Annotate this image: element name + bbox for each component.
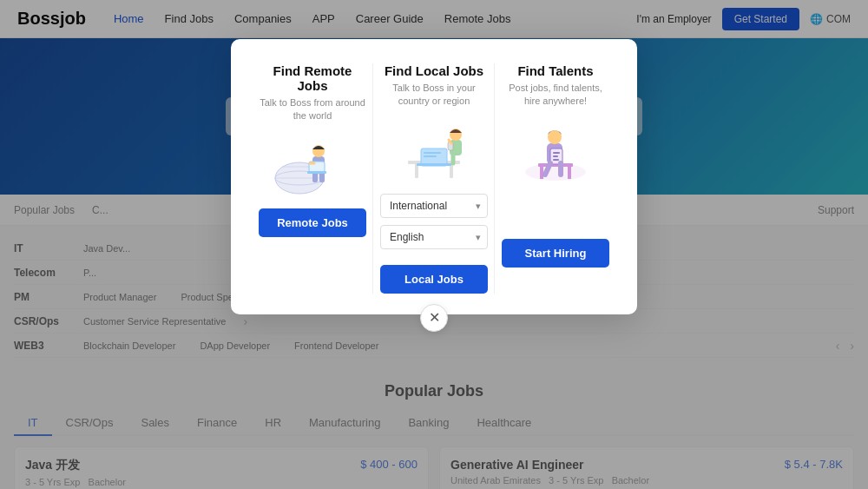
find-talents-title: Find Talents [517, 63, 593, 78]
modal-dropdowns: International United States United Kingd… [380, 194, 488, 256]
local-jobs-button[interactable]: Local Jobs [380, 265, 488, 294]
remote-jobs-button[interactable]: Remote Jobs [259, 208, 366, 237]
talent-illustration [512, 116, 599, 185]
modal-close-button[interactable]: ✕ [420, 304, 448, 332]
svg-rect-31 [553, 155, 558, 157]
local-jobs-title: Find Local Jobs [385, 63, 483, 78]
svg-rect-15 [417, 163, 451, 166]
local-jobs-subtitle: Talk to Boss in your country or region [380, 82, 488, 109]
modal-col-talent: Find Talents Post jobs, find talents, hi… [495, 63, 616, 294]
modal-columns: Find Remote Jobs Talk to Boss from aroun… [252, 63, 616, 294]
country-select-wrap: International United States United Kingd… [380, 194, 488, 218]
svg-rect-12 [415, 164, 418, 178]
svg-rect-9 [307, 171, 326, 174]
svg-rect-17 [424, 155, 437, 157]
language-select[interactable]: English Chinese Spanish Arabic [380, 225, 488, 249]
country-select[interactable]: International United States United Kingd… [380, 194, 488, 218]
background-page: Bossjob Home Find Jobs Companies APP Car… [0, 0, 868, 489]
region-modal: Find Remote Jobs Talk to Boss from aroun… [231, 39, 637, 314]
find-talents-subtitle: Post jobs, find talents, hire anywhere! [502, 82, 609, 109]
remote-jobs-title: Find Remote Jobs [259, 63, 366, 93]
modal-col-remote: Find Remote Jobs Talk to Boss from aroun… [252, 63, 373, 294]
start-hiring-button[interactable]: Start Hiring [502, 239, 609, 268]
svg-rect-32 [553, 159, 559, 161]
remote-illustration [269, 130, 356, 200]
svg-rect-30 [553, 152, 560, 154]
local-illustration [391, 116, 477, 185]
svg-rect-26 [568, 167, 571, 179]
remote-jobs-subtitle: Talk to Boss from around the world [259, 96, 366, 123]
svg-rect-16 [424, 152, 441, 154]
svg-rect-25 [540, 167, 543, 179]
language-select-wrap: English Chinese Spanish Arabic [380, 225, 488, 249]
modal-col-local: Find Local Jobs Talk to Boss in your cou… [373, 63, 495, 294]
svg-rect-13 [450, 164, 453, 178]
